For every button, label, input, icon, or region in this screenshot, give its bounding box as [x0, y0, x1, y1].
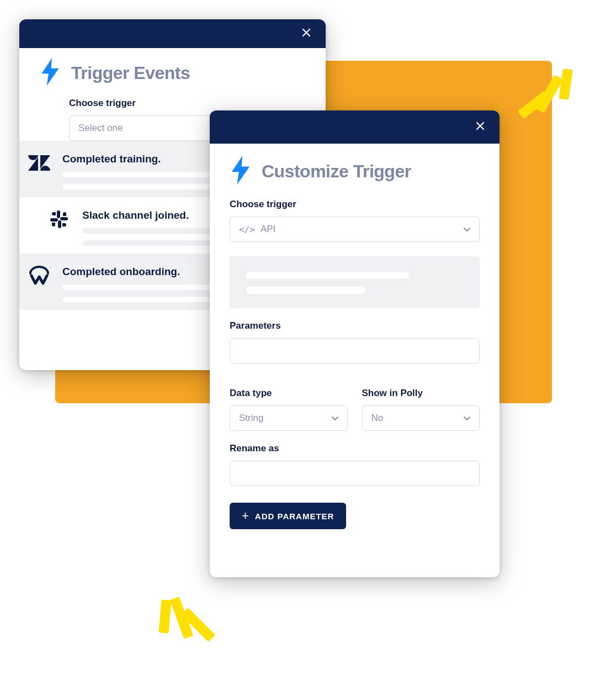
panel-header: [210, 110, 500, 144]
workday-icon: [28, 265, 50, 287]
close-icon: [475, 121, 485, 133]
chevron-down-icon: [464, 224, 470, 235]
add-parameter-label: ADD PARAMETER: [255, 512, 334, 521]
choose-trigger-label: Choose trigger: [230, 199, 480, 210]
svg-rect-7: [62, 223, 65, 226]
zendesk-icon: [28, 152, 50, 174]
placeholder-line: [62, 297, 220, 302]
svg-rect-5: [54, 212, 56, 215]
show-in-polly-label: Show in Polly: [362, 388, 480, 399]
svg-rect-0: [57, 210, 60, 218]
placeholder-line: [82, 240, 216, 246]
trigger-type-select[interactable]: </> API: [230, 217, 480, 242]
svg-rect-3: [60, 217, 68, 220]
placeholder-line: [246, 287, 365, 294]
show-in-polly-select[interactable]: No: [362, 405, 480, 431]
chevron-down-icon: [332, 413, 338, 424]
code-icon: </>: [239, 224, 255, 235]
bolt-icon: [230, 156, 252, 187]
choose-trigger-label: Choose trigger: [39, 98, 306, 109]
panel-header: [19, 19, 326, 48]
select-placeholder: Select one: [78, 123, 123, 134]
rename-as-input[interactable]: [230, 461, 480, 486]
parameters-input[interactable]: [230, 338, 480, 363]
trigger-type-value: API: [261, 224, 275, 235]
info-card: [230, 256, 480, 308]
bolt-icon: [39, 58, 61, 88]
panel-title: Trigger Events: [71, 63, 190, 83]
chevron-down-icon: [464, 413, 470, 424]
panel-title: Customize Trigger: [262, 161, 411, 182]
accent-strokes-bottom-left: [149, 586, 226, 669]
customize-trigger-panel: Customize Trigger Choose trigger </> API…: [210, 110, 500, 577]
close-button[interactable]: [473, 120, 487, 134]
plus-icon: +: [242, 510, 249, 522]
slack-icon: [48, 208, 70, 230]
close-icon: [301, 28, 311, 40]
accent-strokes-top-right: [517, 64, 583, 130]
placeholder-line: [246, 272, 409, 279]
svg-rect-11: [52, 223, 55, 225]
data-type-value: String: [239, 413, 263, 424]
svg-rect-1: [58, 220, 61, 228]
svg-rect-2: [50, 218, 58, 222]
close-button[interactable]: [299, 27, 314, 41]
parameters-label: Parameters: [230, 320, 480, 331]
svg-rect-9: [63, 214, 66, 216]
add-parameter-button[interactable]: + ADD PARAMETER: [230, 503, 346, 529]
data-type-label: Data type: [230, 388, 348, 399]
data-type-select[interactable]: String: [230, 405, 348, 431]
rename-as-label: Rename as: [230, 443, 480, 454]
placeholder-line: [62, 184, 220, 189]
show-in-polly-value: No: [371, 413, 384, 424]
